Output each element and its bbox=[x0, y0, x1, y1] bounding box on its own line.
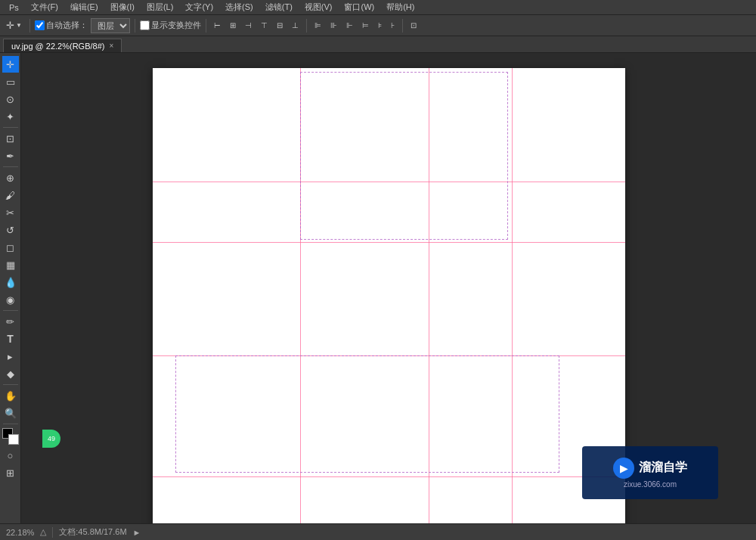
distribute-top-btn[interactable]: ⊨ bbox=[359, 17, 372, 34]
align-center-v-btn[interactable]: ⊟ bbox=[274, 17, 286, 34]
color-swatches[interactable] bbox=[2, 428, 19, 445]
heal-tool-btn[interactable]: ⊕ bbox=[2, 169, 19, 186]
text-tool-btn[interactable]: T bbox=[2, 331, 19, 347]
tool-separator-3 bbox=[3, 310, 18, 311]
toolbar-separator-1 bbox=[29, 19, 30, 33]
distribute-center-v-btn[interactable]: ⊧ bbox=[375, 17, 385, 34]
align-right-btn[interactable]: ⊣ bbox=[242, 17, 255, 34]
tool-separator-2 bbox=[3, 166, 18, 167]
menu-window[interactable]: 窗口(W) bbox=[338, 0, 380, 14]
menu-image[interactable]: 图像(I) bbox=[104, 0, 141, 14]
menu-edit[interactable]: 编辑(E) bbox=[64, 0, 104, 14]
watermark-name: 溜溜自学 bbox=[639, 460, 687, 476]
status-separator bbox=[52, 527, 53, 538]
blur-tool-btn[interactable]: 💧 bbox=[2, 274, 19, 290]
zoom-level: 22.18% bbox=[6, 528, 34, 537]
eyedropper-tool-btn[interactable]: ✒ bbox=[2, 147, 19, 164]
watermark-icon: ▶ bbox=[613, 458, 634, 479]
doc-info-arrow[interactable]: ► bbox=[133, 528, 141, 537]
select-rect-tool-btn[interactable]: ▭ bbox=[2, 73, 19, 90]
align-top-btn[interactable]: ⊤ bbox=[258, 17, 271, 34]
main-area: ✛ ▭ ⊙ ✦ ⊡ ✒ ⊕ 🖌 ✂ ↺ ◻ ▦ 💧 ◉ ✏ T ▸ ◆ ✋ 🔍 … bbox=[0, 53, 756, 523]
pen-tool-btn[interactable]: ✏ bbox=[2, 313, 19, 330]
menu-view[interactable]: 视图(V) bbox=[299, 0, 339, 14]
menu-file[interactable]: 文件(F) bbox=[25, 0, 64, 14]
tool-separator-4 bbox=[3, 384, 18, 385]
doc-info: 文档:45.8M/17.6M bbox=[59, 526, 126, 538]
zoom-icon: △ bbox=[40, 527, 46, 537]
gradient-tool-btn[interactable]: ▦ bbox=[2, 256, 19, 273]
align-bottom-btn[interactable]: ⊥ bbox=[289, 17, 302, 34]
path-select-tool-btn[interactable]: ▸ bbox=[2, 348, 19, 365]
move-tool-options[interactable]: ✛ ▼ bbox=[3, 17, 25, 34]
dodge-tool-btn[interactable]: ◉ bbox=[2, 291, 19, 308]
watermark: ▶ 溜溜自学 zixue.3066.com bbox=[582, 446, 718, 499]
tool-separator-1 bbox=[3, 127, 18, 128]
menu-filter[interactable]: 滤镜(T) bbox=[259, 0, 299, 14]
canvas bbox=[153, 68, 625, 523]
toolbar-separator-3 bbox=[206, 19, 206, 33]
toolbar-separator-2 bbox=[135, 19, 135, 33]
selection-box-bottom bbox=[175, 355, 559, 473]
magic-wand-tool-btn[interactable]: ✦ bbox=[2, 108, 19, 125]
auto-select-checkbox[interactable] bbox=[35, 20, 45, 30]
menu-bar: Ps 文件(F) 编辑(E) 图像(I) 图层(L) 文字(Y) 选择(S) 滤… bbox=[0, 0, 756, 15]
move-tool-btn[interactable]: ✛ bbox=[2, 56, 19, 73]
menu-ps[interactable]: Ps bbox=[3, 0, 25, 14]
crop-tool-btn[interactable]: ⊡ bbox=[2, 130, 19, 147]
status-bar: 22.18% △ 文档:45.8M/17.6M ► bbox=[0, 523, 756, 540]
lasso-tool-btn[interactable]: ⊙ bbox=[2, 91, 19, 107]
menu-text[interactable]: 文字(Y) bbox=[179, 0, 219, 14]
selection-box-top bbox=[300, 72, 508, 240]
align-center-h-btn[interactable]: ⊞ bbox=[227, 17, 239, 34]
screen-mode-btn[interactable]: ⊞ bbox=[2, 464, 19, 481]
move-icon: ✛ bbox=[6, 20, 14, 31]
distribute-right-btn[interactable]: ⊩ bbox=[343, 17, 356, 34]
clone-tool-btn[interactable]: ✂ bbox=[2, 204, 19, 221]
align-left-btn[interactable]: ⊢ bbox=[211, 17, 224, 34]
distribute-bottom-btn[interactable]: ⊦ bbox=[388, 17, 398, 34]
zoom-tool-btn[interactable]: 🔍 bbox=[2, 405, 19, 421]
history-brush-tool-btn[interactable]: ↺ bbox=[2, 222, 19, 238]
green-circle-badge: 49 bbox=[42, 430, 60, 448]
tab-bar: uv.jpg @ 22.2%(RGB/8#) × bbox=[0, 36, 756, 53]
guide-h-2 bbox=[153, 242, 625, 243]
distribute-center-h-btn[interactable]: ⊪ bbox=[327, 17, 340, 34]
tab-close-btn[interactable]: × bbox=[109, 42, 113, 50]
guide-h-4 bbox=[153, 476, 625, 477]
file-tab[interactable]: uv.jpg @ 22.2%(RGB/8#) × bbox=[3, 39, 122, 52]
shape-tool-btn[interactable]: ◆ bbox=[2, 365, 19, 382]
eraser-tool-btn[interactable]: ◻ bbox=[2, 239, 19, 256]
menu-select[interactable]: 选择(S) bbox=[219, 0, 259, 14]
watermark-logo: ▶ 溜溜自学 bbox=[613, 458, 687, 479]
background-color-swatch[interactable] bbox=[8, 434, 19, 445]
distribute-left-btn[interactable]: ⊫ bbox=[311, 17, 324, 34]
brush-tool-btn[interactable]: 🖌 bbox=[2, 187, 19, 203]
layer-select[interactable]: 图层 bbox=[91, 18, 130, 33]
tool-separator-5 bbox=[3, 424, 18, 424]
auto-align-btn[interactable]: ⊡ bbox=[407, 17, 420, 34]
mask-mode-btn[interactable]: ○ bbox=[2, 447, 19, 464]
toolbar-separator-5 bbox=[402, 19, 403, 33]
menu-help[interactable]: 帮助(H) bbox=[380, 0, 420, 14]
auto-select-label: 自动选择： bbox=[35, 20, 88, 31]
show-transform-label: 显示变换控件 bbox=[140, 20, 201, 31]
show-transform-checkbox[interactable] bbox=[140, 20, 150, 30]
menu-layer[interactable]: 图层(L) bbox=[141, 0, 179, 14]
toolbar: ✛ ▼ 自动选择： 图层 显示变换控件 ⊢ ⊞ ⊣ ⊤ ⊟ ⊥ ⊫ ⊪ ⊩ ⊨ … bbox=[0, 15, 756, 36]
canvas-area: ▶ 溜溜自学 zixue.3066.com 49 bbox=[21, 53, 756, 523]
toolbox: ✛ ▭ ⊙ ✦ ⊡ ✒ ⊕ 🖌 ✂ ↺ ◻ ▦ 💧 ◉ ✏ T ▸ ◆ ✋ 🔍 … bbox=[0, 53, 21, 523]
watermark-url: zixue.3066.com bbox=[624, 480, 677, 489]
toolbar-separator-4 bbox=[306, 19, 307, 33]
hand-tool-btn[interactable]: ✋ bbox=[2, 387, 19, 404]
